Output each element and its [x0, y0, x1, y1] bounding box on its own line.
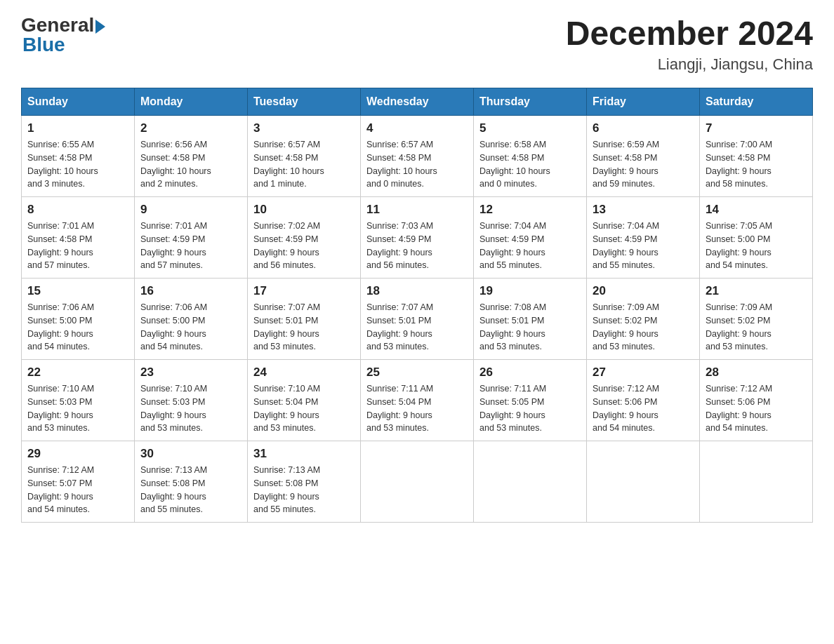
- calendar-cell: 6Sunrise: 6:59 AMSunset: 4:58 PMDaylight…: [587, 116, 700, 197]
- cell-day-number: 13: [593, 203, 694, 217]
- title-section: December 2024 Liangji, Jiangsu, China: [566, 14, 813, 74]
- cell-day-number: 5: [479, 121, 581, 135]
- calendar-cell: 3Sunrise: 6:57 AMSunset: 4:58 PMDaylight…: [248, 116, 361, 197]
- calendar-week-row: 22Sunrise: 7:10 AMSunset: 5:03 PMDayligh…: [22, 360, 813, 441]
- calendar-cell: 17Sunrise: 7:07 AMSunset: 5:01 PMDayligh…: [248, 279, 361, 360]
- cell-sun-info: Sunrise: 7:04 AMSunset: 4:59 PMDaylight:…: [479, 220, 581, 272]
- cell-sun-info: Sunrise: 7:08 AMSunset: 5:01 PMDaylight:…: [479, 301, 581, 354]
- calendar-cell: [700, 441, 813, 523]
- day-of-week-header: Thursday: [474, 88, 587, 116]
- cell-sun-info: Sunrise: 7:10 AMSunset: 5:03 PMDaylight:…: [140, 382, 241, 435]
- cell-sun-info: Sunrise: 6:57 AMSunset: 4:58 PMDaylight:…: [366, 138, 468, 191]
- calendar-cell: 23Sunrise: 7:10 AMSunset: 5:03 PMDayligh…: [135, 360, 248, 441]
- cell-sun-info: Sunrise: 7:13 AMSunset: 5:08 PMDaylight:…: [140, 464, 241, 516]
- cell-sun-info: Sunrise: 6:57 AMSunset: 4:58 PMDaylight:…: [253, 138, 355, 191]
- calendar-cell: 14Sunrise: 7:05 AMSunset: 5:00 PMDayligh…: [700, 197, 813, 279]
- calendar-cell: 22Sunrise: 7:10 AMSunset: 5:03 PMDayligh…: [22, 360, 135, 441]
- cell-sun-info: Sunrise: 7:11 AMSunset: 5:04 PMDaylight:…: [366, 382, 468, 435]
- calendar-header-row: SundayMondayTuesdayWednesdayThursdayFrid…: [22, 88, 813, 116]
- cell-day-number: 11: [366, 203, 468, 217]
- cell-day-number: 8: [27, 203, 128, 217]
- cell-sun-info: Sunrise: 7:10 AMSunset: 5:03 PMDaylight:…: [27, 382, 128, 435]
- location-subtitle: Liangji, Jiangsu, China: [566, 55, 813, 74]
- cell-sun-info: Sunrise: 7:01 AMSunset: 4:59 PMDaylight:…: [140, 220, 241, 272]
- calendar-week-row: 1Sunrise: 6:55 AMSunset: 4:58 PMDaylight…: [22, 116, 813, 197]
- calendar-cell: [361, 441, 474, 523]
- calendar-cell: 15Sunrise: 7:06 AMSunset: 5:00 PMDayligh…: [22, 279, 135, 360]
- cell-day-number: 29: [27, 447, 128, 461]
- cell-day-number: 3: [253, 121, 355, 135]
- cell-day-number: 7: [706, 121, 807, 135]
- calendar-cell: 12Sunrise: 7:04 AMSunset: 4:59 PMDayligh…: [474, 197, 587, 279]
- cell-sun-info: Sunrise: 7:01 AMSunset: 4:58 PMDaylight:…: [27, 220, 128, 272]
- cell-sun-info: Sunrise: 7:05 AMSunset: 5:00 PMDaylight:…: [706, 220, 807, 272]
- cell-day-number: 14: [706, 203, 807, 217]
- cell-day-number: 31: [253, 447, 355, 461]
- calendar-cell: 5Sunrise: 6:58 AMSunset: 4:58 PMDaylight…: [474, 116, 587, 197]
- cell-sun-info: Sunrise: 6:59 AMSunset: 4:58 PMDaylight:…: [593, 138, 694, 191]
- cell-sun-info: Sunrise: 7:02 AMSunset: 4:59 PMDaylight:…: [253, 220, 355, 272]
- cell-sun-info: Sunrise: 6:56 AMSunset: 4:58 PMDaylight:…: [140, 138, 241, 191]
- logo: General Blue: [21, 14, 105, 56]
- calendar-cell: 18Sunrise: 7:07 AMSunset: 5:01 PMDayligh…: [361, 279, 474, 360]
- calendar-cell: [587, 441, 700, 523]
- calendar-week-row: 8Sunrise: 7:01 AMSunset: 4:58 PMDaylight…: [22, 197, 813, 279]
- cell-day-number: 4: [366, 121, 468, 135]
- page-header: General Blue December 2024 Liangji, Jian…: [21, 14, 813, 74]
- cell-day-number: 15: [27, 284, 128, 298]
- cell-day-number: 10: [253, 203, 355, 217]
- calendar-cell: 10Sunrise: 7:02 AMSunset: 4:59 PMDayligh…: [248, 197, 361, 279]
- calendar-cell: 24Sunrise: 7:10 AMSunset: 5:04 PMDayligh…: [248, 360, 361, 441]
- calendar-cell: 9Sunrise: 7:01 AMSunset: 4:59 PMDaylight…: [135, 197, 248, 279]
- cell-day-number: 21: [706, 284, 807, 298]
- calendar-cell: 11Sunrise: 7:03 AMSunset: 4:59 PMDayligh…: [361, 197, 474, 279]
- cell-sun-info: Sunrise: 7:06 AMSunset: 5:00 PMDaylight:…: [27, 301, 128, 354]
- day-of-week-header: Sunday: [22, 88, 135, 116]
- cell-day-number: 2: [140, 121, 241, 135]
- cell-day-number: 12: [479, 203, 581, 217]
- cell-sun-info: Sunrise: 7:12 AMSunset: 5:07 PMDaylight:…: [27, 464, 128, 516]
- calendar-cell: 31Sunrise: 7:13 AMSunset: 5:08 PMDayligh…: [248, 441, 361, 523]
- cell-sun-info: Sunrise: 7:09 AMSunset: 5:02 PMDaylight:…: [706, 301, 807, 354]
- cell-day-number: 1: [27, 121, 128, 135]
- calendar-cell: 27Sunrise: 7:12 AMSunset: 5:06 PMDayligh…: [587, 360, 700, 441]
- cell-day-number: 20: [593, 284, 694, 298]
- calendar-cell: 30Sunrise: 7:13 AMSunset: 5:08 PMDayligh…: [135, 441, 248, 523]
- calendar-cell: 16Sunrise: 7:06 AMSunset: 5:00 PMDayligh…: [135, 279, 248, 360]
- day-of-week-header: Friday: [587, 88, 700, 116]
- cell-day-number: 26: [479, 365, 581, 380]
- calendar-cell: 21Sunrise: 7:09 AMSunset: 5:02 PMDayligh…: [700, 279, 813, 360]
- calendar-week-row: 15Sunrise: 7:06 AMSunset: 5:00 PMDayligh…: [22, 279, 813, 360]
- cell-sun-info: Sunrise: 7:06 AMSunset: 5:00 PMDaylight:…: [140, 301, 241, 354]
- calendar-cell: 26Sunrise: 7:11 AMSunset: 5:05 PMDayligh…: [474, 360, 587, 441]
- calendar-cell: 13Sunrise: 7:04 AMSunset: 4:59 PMDayligh…: [587, 197, 700, 279]
- cell-day-number: 28: [706, 365, 807, 380]
- cell-day-number: 17: [253, 284, 355, 298]
- logo-arrow-icon: [95, 20, 105, 34]
- cell-day-number: 9: [140, 203, 241, 217]
- cell-day-number: 30: [140, 447, 241, 461]
- cell-day-number: 22: [27, 365, 128, 380]
- cell-day-number: 23: [140, 365, 241, 380]
- calendar-week-row: 29Sunrise: 7:12 AMSunset: 5:07 PMDayligh…: [22, 441, 813, 523]
- day-of-week-header: Wednesday: [361, 88, 474, 116]
- calendar-cell: 7Sunrise: 7:00 AMSunset: 4:58 PMDaylight…: [700, 116, 813, 197]
- month-year-title: December 2024: [566, 14, 813, 53]
- calendar-cell: 28Sunrise: 7:12 AMSunset: 5:06 PMDayligh…: [700, 360, 813, 441]
- cell-day-number: 6: [593, 121, 694, 135]
- calendar-cell: 1Sunrise: 6:55 AMSunset: 4:58 PMDaylight…: [22, 116, 135, 197]
- calendar-cell: 2Sunrise: 6:56 AMSunset: 4:58 PMDaylight…: [135, 116, 248, 197]
- day-of-week-header: Saturday: [700, 88, 813, 116]
- cell-day-number: 19: [479, 284, 581, 298]
- cell-sun-info: Sunrise: 7:07 AMSunset: 5:01 PMDaylight:…: [366, 301, 468, 354]
- cell-sun-info: Sunrise: 7:12 AMSunset: 5:06 PMDaylight:…: [593, 382, 694, 435]
- calendar-table: SundayMondayTuesdayWednesdayThursdayFrid…: [21, 88, 813, 523]
- logo-blue-text: Blue: [22, 34, 65, 56]
- calendar-cell: [474, 441, 587, 523]
- cell-day-number: 24: [253, 365, 355, 380]
- calendar-cell: 20Sunrise: 7:09 AMSunset: 5:02 PMDayligh…: [587, 279, 700, 360]
- cell-sun-info: Sunrise: 7:10 AMSunset: 5:04 PMDaylight:…: [253, 382, 355, 435]
- calendar-cell: 8Sunrise: 7:01 AMSunset: 4:58 PMDaylight…: [22, 197, 135, 279]
- cell-sun-info: Sunrise: 6:58 AMSunset: 4:58 PMDaylight:…: [479, 138, 581, 191]
- cell-sun-info: Sunrise: 7:12 AMSunset: 5:06 PMDaylight:…: [706, 382, 807, 435]
